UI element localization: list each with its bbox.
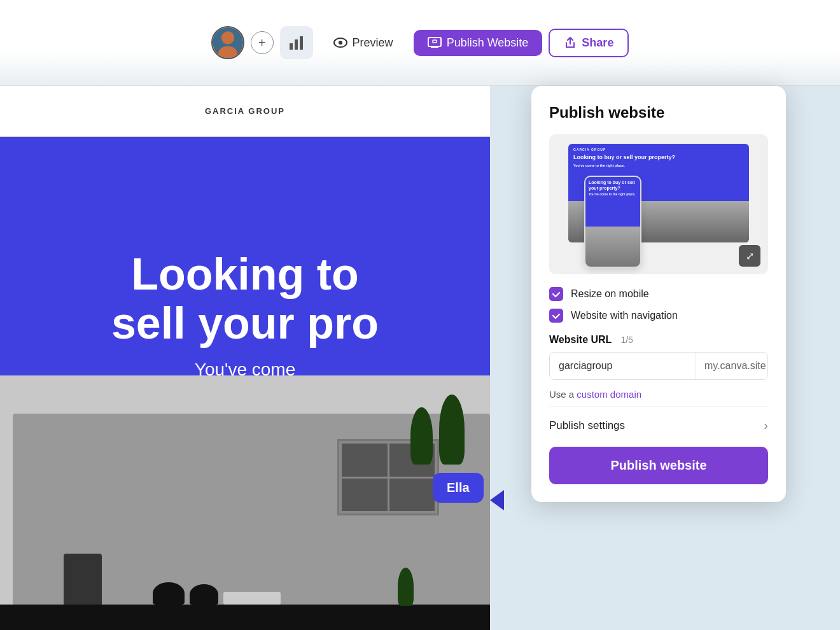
resize-mobile-checkbox[interactable] <box>549 287 563 301</box>
website-nav-label: Website with navigation <box>571 310 678 321</box>
hero-text: Looking to sell your pro <box>111 250 379 348</box>
mockup-headline: Looking to buy or sell your property? <box>573 154 744 162</box>
svg-rect-11 <box>433 40 437 43</box>
tree-1 <box>410 407 433 465</box>
share-icon <box>564 36 577 49</box>
custom-domain-prefix: Use a <box>549 389 577 400</box>
chair-2 <box>190 584 218 605</box>
checkmark-icon <box>552 290 561 298</box>
url-label: Website URL <box>549 334 612 346</box>
svg-rect-5 <box>295 39 298 50</box>
canvas-brand: GARCIA GROUP <box>19 106 471 116</box>
resize-mobile-label: Resize on mobile <box>571 288 649 300</box>
hero-text-line2: sell your pro <box>111 299 379 348</box>
chevron-right-icon: › <box>764 418 768 433</box>
avatar[interactable] <box>211 26 244 59</box>
canvas-header: GARCIA GROUP <box>0 86 490 137</box>
mockup-desktop-content: GARCIA GROUP Looking to buy or sell your… <box>568 144 749 172</box>
panel-title: Publish website <box>549 104 768 122</box>
publish-settings-label: Publish settings <box>549 419 625 432</box>
resize-mobile-row: Resize on mobile <box>549 287 768 301</box>
outdoor-plant <box>398 568 414 606</box>
mockup-mobile: Looking to buy or sell your property? Yo… <box>584 176 641 268</box>
cursor-arrow <box>490 490 504 510</box>
mockup-mobile-headline: Looking to buy or sell your property? <box>589 179 637 191</box>
hero-text-sub: You've come <box>195 360 295 380</box>
publish-settings-row[interactable]: Publish settings › <box>549 406 768 444</box>
mockup-mobile-subtext: You've come to the right place. <box>589 192 637 197</box>
publish-website-button[interactable]: Publish Website <box>414 30 543 56</box>
expand-button[interactable]: ⤢ <box>739 245 760 267</box>
analytics-icon <box>288 34 305 51</box>
url-count: 1/5 <box>620 335 633 345</box>
expand-icon: ⤢ <box>746 250 754 262</box>
svg-point-3 <box>222 32 233 43</box>
outdoor-furniture <box>153 582 281 605</box>
url-input-wrap: my.canva.site <box>549 352 768 380</box>
chair-1 <box>153 582 185 605</box>
url-input[interactable] <box>550 353 695 379</box>
mockup-subtext: You've come to the right place. <box>573 164 744 169</box>
website-nav-checkbox[interactable] <box>549 309 563 323</box>
topbar-inner: + Preview Publish Website <box>211 26 629 59</box>
url-header: Website URL 1/5 <box>549 334 768 346</box>
url-domain: my.canva.site <box>695 353 768 379</box>
preview-label: Preview <box>353 36 393 50</box>
house-scene <box>0 375 490 630</box>
svg-point-8 <box>339 41 342 45</box>
ground <box>0 605 490 630</box>
publish-icon <box>428 37 442 48</box>
svg-rect-4 <box>290 43 293 50</box>
cursor-label: Ella <box>433 473 484 503</box>
trees <box>410 395 465 467</box>
analytics-button[interactable] <box>280 26 313 59</box>
publish-action-button[interactable]: Publish website <box>549 447 768 484</box>
custom-domain-link[interactable]: custom domain <box>577 389 641 400</box>
url-section: Website URL 1/5 my.canva.site <box>549 334 768 380</box>
svg-rect-6 <box>300 36 303 50</box>
mockup-mobile-image <box>585 227 640 267</box>
publish-website-label: Publish Website <box>447 36 529 50</box>
preview-mockup: GARCIA GROUP Looking to buy or sell your… <box>549 134 768 274</box>
mockup-brand: GARCIA GROUP <box>573 148 744 152</box>
canvas-area: GARCIA GROUP Looking to sell your pro Yo… <box>0 86 490 630</box>
outdoor-table <box>223 592 281 605</box>
hero-text-line1: Looking to <box>111 250 379 299</box>
publish-panel: Publish website GARCIA GROUP Looking to … <box>531 86 786 502</box>
eye-icon <box>333 38 347 48</box>
custom-domain-row: Use a custom domain <box>549 389 768 400</box>
mockup-mobile-content: Looking to buy or sell your property? Yo… <box>585 177 640 227</box>
topbar: + Preview Publish Website <box>0 0 840 86</box>
plus-icon: + <box>258 36 266 50</box>
add-button[interactable]: + <box>251 31 274 54</box>
share-label: Share <box>582 36 613 50</box>
website-nav-row: Website with navigation <box>549 309 768 323</box>
preview-button[interactable]: Preview <box>319 30 407 56</box>
checkmark-icon-2 <box>552 311 561 320</box>
tree-2 <box>439 395 465 465</box>
house-door <box>64 554 102 605</box>
svg-rect-9 <box>428 38 441 46</box>
share-button[interactable]: Share <box>549 29 629 57</box>
avatar-image <box>213 27 243 58</box>
svg-rect-10 <box>431 46 438 48</box>
